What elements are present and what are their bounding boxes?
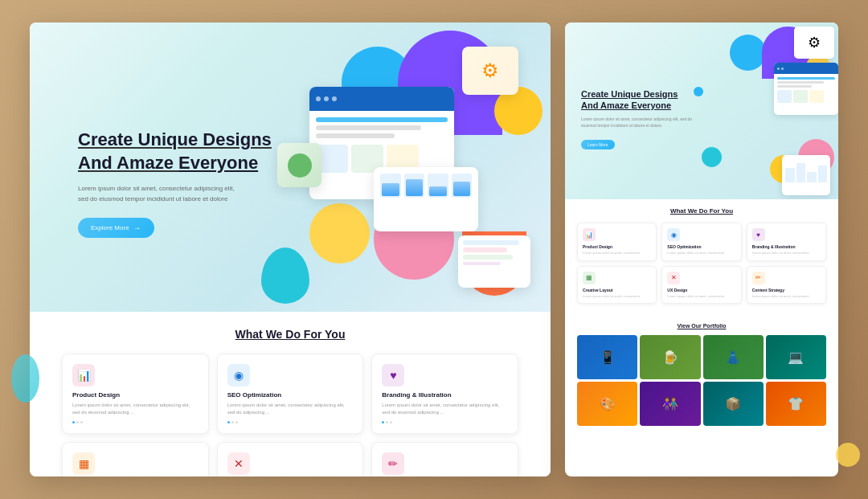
right-branding-icon: ♥: [752, 228, 765, 241]
avatar: [288, 153, 312, 178]
hero-text: Create Unique Designs And Amaze Everyone…: [78, 129, 272, 238]
service-dots: [72, 421, 199, 423]
service-desc: Lorem ipsum dolor sit amet, consectetur …: [72, 402, 199, 416]
portfolio-item-5: 🎨: [577, 382, 637, 426]
stat-bar-1: [380, 174, 401, 198]
right-content-icon: ✏: [752, 272, 765, 284]
right-service-seo: ◉ SEO Optimization Lorem ipsum dolor sit…: [661, 223, 741, 261]
services-section: What We Do For You 📊 Product Design Lore…: [30, 312, 551, 477]
ux-icon: ✕: [227, 452, 250, 475]
right-learn-more-button[interactable]: Learn More: [581, 140, 615, 149]
corner-decoration-yellow: [836, 443, 860, 467]
right-preview: Create Unique Designs And Amaze Everyone…: [565, 22, 838, 477]
service-dots: [227, 421, 354, 423]
rs-blue2: [694, 87, 703, 96]
right-hero-title: Create Unique Designs And Amaze Everyone: [581, 88, 694, 112]
right-ux-icon: ✕: [667, 272, 680, 284]
hero-ui-cards: ⚙: [261, 39, 534, 296]
service-name: Product Design: [72, 391, 199, 399]
right-seo-icon: ◉: [667, 228, 680, 241]
bar-3: [316, 133, 395, 138]
main-background: Create Unique Designs And Amaze Everyone…: [0, 0, 868, 499]
stat-bar-2: [404, 174, 425, 198]
product-design-icon: 📊: [72, 364, 95, 387]
user-card: [277, 143, 321, 187]
service-card-branding: ♥ Branding & Illustration Lorem ipsum do…: [371, 354, 518, 434]
stat-bar-3: [428, 174, 448, 198]
service-desc: Lorem ipsum dolor sit amet, consectetur …: [227, 402, 354, 416]
service-card-content: ✏ Content Strategy Lorem ipsum dolor sit…: [371, 442, 518, 477]
stat-bar-4: [452, 174, 473, 198]
bar-1: [316, 117, 448, 122]
corner-decoration-teal: [11, 354, 39, 403]
right-ui-card: [774, 63, 838, 115]
services-title: What We Do For You: [62, 328, 518, 341]
service-dots: [382, 421, 508, 423]
hero-shapes: ⚙: [245, 22, 551, 312]
card-header: [309, 87, 454, 111]
service-name: Branding & Illustration: [382, 391, 508, 399]
right-services-title: What We Do For You: [577, 207, 826, 215]
settings-card: [458, 235, 530, 288]
hero-section: Create Unique Designs And Amaze Everyone…: [30, 22, 551, 312]
explore-more-button[interactable]: Explore More: [78, 218, 154, 238]
service-desc: Lorem ipsum dolor sit amet, consectetur …: [382, 402, 508, 416]
right-hero-text: Create Unique Designs And Amaze Everyone…: [581, 88, 694, 150]
portfolio-item-8: 👕: [766, 382, 826, 426]
content-icon: ✏: [382, 452, 404, 475]
right-service-ux: ✕ UX Design Lorem ipsum dolor sit amet, …: [661, 266, 741, 305]
portfolio-item-7: 📦: [703, 382, 764, 426]
portfolio-item-6: 👫: [640, 382, 700, 426]
service-card-creative: ▦ Creative Layout Lorem ipsum dolor sit …: [62, 442, 209, 477]
portfolio-section: View Our Portfolio 📱 🍺 👗 💻 🎨: [565, 317, 838, 432]
portfolio-item-1: 📱: [577, 335, 637, 379]
portfolio-grid: 📱 🍺 👗 💻 🎨 👫 📦: [577, 335, 826, 426]
right-service-branding: ♥ Branding & Illustration Lorem ipsum do…: [747, 223, 826, 261]
right-services-grid-row1: 📊 Product Design Lorem ipsum dolor sit a…: [577, 223, 826, 261]
rs-teal: [702, 147, 722, 167]
right-service-content: ✏ Content Strategy Lorem ipsum dolor sit…: [747, 266, 826, 305]
right-service-product: 📊 Product Design Lorem ipsum dolor sit a…: [577, 223, 657, 261]
seo-icon: ◉: [227, 364, 250, 387]
right-hero-shapes: ⚙: [686, 22, 838, 199]
right-creative-icon: ▦: [583, 272, 596, 284]
portfolio-item-2: 🍺: [640, 335, 700, 379]
portfolio-item-3: 👗: [703, 335, 764, 379]
right-gear-card: ⚙: [794, 27, 834, 59]
portfolio-title: View Our Portfolio: [577, 323, 826, 329]
left-preview: Create Unique Designs And Amaze Everyone…: [30, 22, 551, 477]
gear-card: ⚙: [462, 47, 518, 95]
bar-2: [316, 125, 421, 130]
right-product-icon: 📊: [583, 228, 596, 241]
stats-bars: [380, 174, 472, 198]
right-services-grid-row2: ▦ Creative Layout Lorem ipsum dolor sit …: [577, 266, 826, 305]
stats-card: [374, 167, 478, 231]
creative-icon: ▦: [72, 452, 95, 475]
hero-title: Create Unique Designs And Amaze Everyone: [78, 129, 272, 174]
branding-icon: ♥: [382, 364, 404, 387]
services-grid: 📊 Product Design Lorem ipsum dolor sit a…: [62, 354, 518, 477]
service-card-ux: ✕ UX Design Lorem ipsum dolor sit amet, …: [217, 442, 364, 477]
gear-icon: ⚙: [481, 59, 499, 82]
hero-description: Lorem ipsum dolor sit amet, consectetur …: [78, 184, 239, 205]
service-name: SEO Optimization: [227, 391, 354, 399]
portfolio-item-4: 💻: [766, 335, 826, 379]
right-services-section: What We Do For You 📊 Product Design Lore…: [565, 199, 838, 317]
right-service-creative: ▦ Creative Layout Lorem ipsum dolor sit …: [577, 266, 657, 305]
rs-blue: [730, 35, 766, 71]
right-stats-card: [782, 155, 830, 195]
service-card-seo: ◉ SEO Optimization Lorem ipsum dolor sit…: [217, 354, 364, 434]
service-card-product-design: 📊 Product Design Lorem ipsum dolor sit a…: [62, 354, 209, 434]
right-hero-section: Create Unique Designs And Amaze Everyone…: [565, 22, 838, 199]
right-hero-description: Lorem ipsum dolor sit amet, consectetur …: [581, 116, 694, 129]
